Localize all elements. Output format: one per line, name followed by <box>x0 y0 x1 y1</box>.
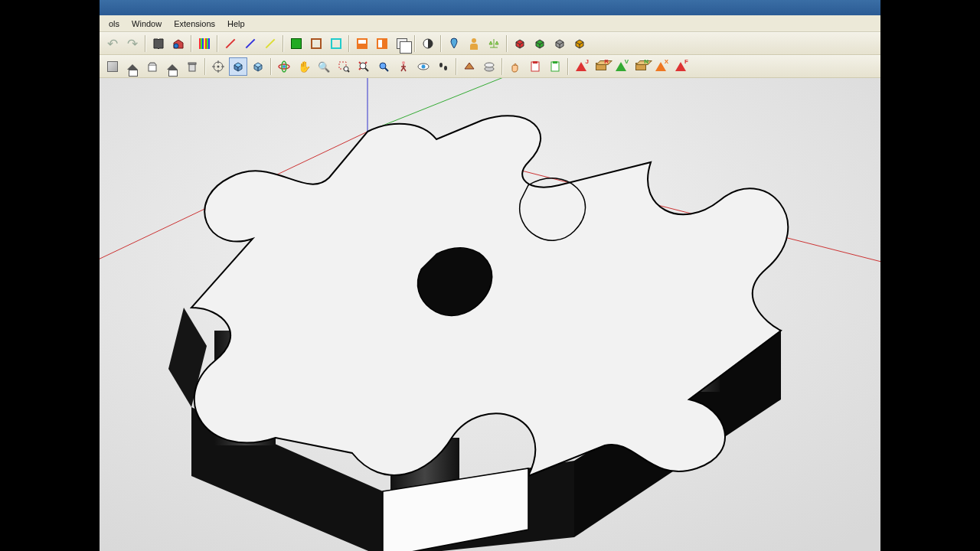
menubar: ols Window Extensions Help <box>100 15 880 32</box>
toolbar-separator <box>204 58 206 75</box>
zoom-blue-icon[interactable] <box>374 57 393 76</box>
svg-rect-27 <box>553 61 557 64</box>
contrast-icon[interactable] <box>419 34 437 53</box>
menu-window[interactable]: Window <box>126 18 168 30</box>
toolbar-separator <box>145 35 146 52</box>
toolbar-separator <box>217 35 218 52</box>
warehouse-icon[interactable] <box>169 34 188 53</box>
zoom-window-icon[interactable] <box>335 57 353 76</box>
pan-icon[interactable]: ✋ <box>295 57 313 76</box>
svg-point-13 <box>360 63 366 69</box>
eye-icon[interactable] <box>414 57 433 76</box>
viewport-3d[interactable] <box>100 78 880 551</box>
book-icon[interactable] <box>149 34 168 53</box>
axes-r-icon[interactable]: R <box>592 57 610 76</box>
rainbow-stripes-icon[interactable] <box>195 34 214 53</box>
toolbar-separator <box>501 58 503 75</box>
green-fill-icon[interactable] <box>287 34 305 53</box>
component-grey-icon[interactable] <box>550 34 569 53</box>
svg-rect-3 <box>189 64 195 71</box>
axes-n-icon[interactable]: N <box>632 57 650 76</box>
pointer-geo-icon[interactable] <box>445 34 463 53</box>
svg-point-0 <box>174 44 178 48</box>
svg-point-9 <box>283 65 286 68</box>
toolbar-row-2: ✋🔍JRVNXF <box>100 55 880 78</box>
axes-f-icon[interactable]: F <box>671 57 690 76</box>
toolbar-separator <box>348 35 350 52</box>
svg-point-23 <box>485 63 494 67</box>
zoom-extents-icon[interactable] <box>354 57 373 76</box>
split-v-icon[interactable] <box>373 34 391 53</box>
section-plane-icon[interactable] <box>460 57 479 76</box>
svg-line-16 <box>385 68 388 71</box>
toolbar-separator <box>456 58 457 75</box>
footprints-icon[interactable] <box>434 57 452 76</box>
svg-line-14 <box>365 68 368 71</box>
component-gold-icon[interactable] <box>570 34 589 53</box>
svg-point-21 <box>444 66 447 70</box>
orbit-icon[interactable] <box>275 57 293 76</box>
component-red-icon[interactable] <box>511 34 529 53</box>
toolbar-separator <box>191 35 192 52</box>
svg-rect-25 <box>533 61 537 64</box>
toolbar-row-1: ↶↷ <box>100 32 880 55</box>
component-green-icon[interactable] <box>531 34 549 53</box>
brown-outline-icon[interactable] <box>307 34 325 53</box>
axes-x-icon[interactable]: X <box>652 57 670 76</box>
undo-icon[interactable]: ↶ <box>103 34 122 53</box>
menu-help[interactable]: Help <box>221 18 251 30</box>
svg-point-17 <box>402 61 405 64</box>
svg-point-20 <box>439 63 443 67</box>
trash-icon[interactable] <box>183 57 201 76</box>
redo-icon[interactable]: ↷ <box>123 34 142 53</box>
clipboard-red-icon[interactable] <box>526 57 544 76</box>
svg-rect-4 <box>188 63 196 64</box>
cyan-outline-icon[interactable] <box>327 34 345 53</box>
split-h-icon[interactable] <box>353 34 371 53</box>
red-line-icon[interactable] <box>221 34 240 53</box>
toolbar-separator <box>414 35 416 52</box>
svg-point-15 <box>380 63 386 69</box>
copy-icon[interactable] <box>393 34 411 53</box>
toolbar-separator <box>506 35 508 52</box>
package-icon[interactable] <box>103 57 122 76</box>
target-icon[interactable] <box>209 57 227 76</box>
iso-view-icon[interactable] <box>229 57 247 76</box>
home-view-icon[interactable] <box>123 57 142 76</box>
application-window: ols Window Extensions Help ↶↷ ✋🔍JRVNXF <box>100 0 880 551</box>
toolbars: ↶↷ ✋🔍JRVNXF <box>100 32 880 78</box>
svg-point-6 <box>217 66 220 68</box>
toolbar-separator <box>270 58 272 75</box>
svg-point-19 <box>422 65 426 69</box>
svg-line-12 <box>348 70 349 72</box>
clipboard-green-icon[interactable] <box>546 57 564 76</box>
menu-extensions[interactable]: Extensions <box>168 18 221 30</box>
axes-v-icon[interactable]: V <box>612 57 630 76</box>
box-open-icon[interactable] <box>143 57 162 76</box>
home-outline-icon[interactable] <box>163 57 181 76</box>
svg-rect-2 <box>149 65 156 71</box>
titlebar[interactable] <box>100 0 880 15</box>
menu-tools[interactable]: ols <box>103 18 126 30</box>
grab-icon[interactable] <box>506 57 524 76</box>
toolbar-separator <box>440 35 442 52</box>
section-display-icon[interactable] <box>480 57 498 76</box>
balance-icon[interactable] <box>485 34 503 53</box>
cube-view-icon[interactable] <box>249 57 267 76</box>
toolbar-separator <box>283 35 284 52</box>
axes-j-icon[interactable]: J <box>572 57 590 76</box>
person-icon[interactable] <box>465 34 483 53</box>
yellow-line-icon[interactable] <box>261 34 279 53</box>
toolbar-separator <box>567 58 569 75</box>
zoom-icon[interactable]: 🔍 <box>315 57 333 76</box>
walk-icon[interactable] <box>394 57 413 76</box>
blue-line-icon[interactable] <box>241 34 260 53</box>
